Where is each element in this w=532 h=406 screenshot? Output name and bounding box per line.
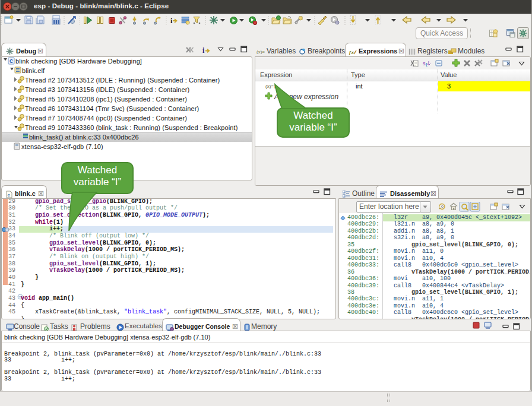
svg-text:c: c — [7, 192, 10, 198]
svg-text:(x)=: (x)= — [256, 49, 265, 54]
svg-text:C: C — [10, 58, 13, 64]
svg-text:t: t — [426, 62, 428, 68]
svg-text:i: i — [202, 46, 205, 55]
svg-text:ƒx: ƒx — [349, 50, 354, 55]
svg-text:i: i — [170, 17, 173, 25]
